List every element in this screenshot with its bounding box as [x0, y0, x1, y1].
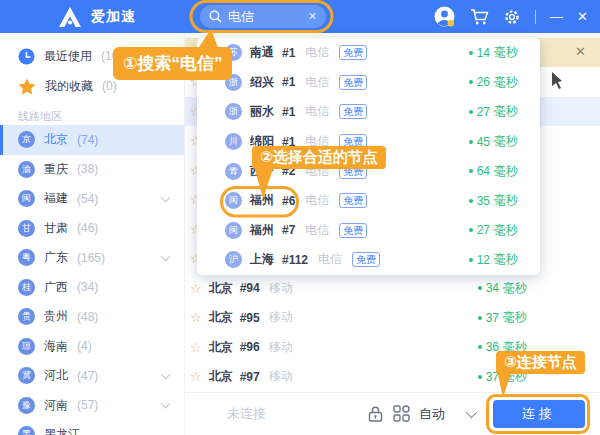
- app-title: 爱加速: [91, 8, 136, 26]
- free-tag: 免费: [339, 193, 367, 208]
- node-name: 丽水: [250, 103, 274, 120]
- node-carrier: 电信: [318, 251, 342, 268]
- chevron-down-icon[interactable]: [466, 407, 477, 418]
- node-carrier: 移动: [269, 280, 293, 297]
- search-result-row[interactable]: 闽 福州 #7 电信 免费 27毫秒: [197, 216, 540, 246]
- search-result-row[interactable]: 浙 绍兴 #1 电信 免费 26毫秒: [197, 68, 540, 98]
- shop-cart-icon[interactable]: [470, 8, 489, 26]
- node-row[interactable]: ☆ 北京 #97 移动 37毫秒: [185, 362, 600, 392]
- sidebar-region-item[interactable]: 京 北京 (74): [0, 125, 184, 155]
- region-list: 京 北京 (74) 渝 重庆 (38) 闽 福建 (54) 甘 甘肃 (46) …: [0, 125, 184, 435]
- sidebar-region-item[interactable]: 渝 重庆 (38): [0, 155, 184, 185]
- latency-dot: [469, 110, 473, 114]
- sidebar-item-label: 我的收藏: [45, 78, 93, 95]
- node-number: #1: [282, 46, 295, 60]
- node-row[interactable]: ☆ 北京 #94 移动 34毫秒: [185, 274, 600, 304]
- sidebar-region-item[interactable]: 琼 海南 (4): [0, 332, 184, 362]
- chevron-down-icon[interactable]: [161, 399, 171, 409]
- node-name: 北京: [209, 368, 233, 385]
- node-number: #97: [240, 370, 260, 384]
- search-result-row[interactable]: 闽 福州 #6 电信 免费 35毫秒: [197, 186, 540, 216]
- free-tag: 免费: [339, 164, 367, 179]
- latency-dot: [469, 258, 473, 262]
- sidebar-item-favorites[interactable]: 我的收藏 (0): [0, 71, 184, 101]
- header-divider: [535, 10, 536, 24]
- search-input[interactable]: 电信 ✕: [200, 5, 326, 28]
- favorite-star-icon[interactable]: ☆: [190, 370, 202, 383]
- region-badge: 粤: [18, 249, 35, 266]
- node-number: #7: [282, 223, 295, 237]
- search-value: 电信: [228, 8, 254, 26]
- node-row[interactable]: ☆ 北京 #95 移动 37毫秒: [185, 303, 600, 333]
- chevron-down-icon[interactable]: [161, 192, 171, 202]
- node-carrier: 移动: [269, 368, 293, 385]
- node-carrier: 移动: [269, 339, 293, 356]
- free-tag: 免费: [339, 134, 367, 149]
- region-label: 黑龙江: [44, 426, 80, 435]
- node-number: #2: [282, 164, 295, 178]
- search-result-row[interactable]: 苏 南通 #1 电信 免费 14毫秒: [197, 38, 540, 68]
- sidebar-item-recent[interactable]: 最近使用 (10): [0, 41, 184, 71]
- sidebar-item-count: (10): [101, 49, 122, 63]
- mode-grid-icon[interactable]: [393, 405, 410, 422]
- region-count: (47): [77, 369, 98, 383]
- region-badge: 渝: [18, 161, 35, 178]
- sidebar-region-item[interactable]: 粤 广东 (165): [0, 243, 184, 273]
- region-count: (46): [77, 221, 98, 235]
- free-tag: 免费: [339, 104, 367, 119]
- node-carrier: 电信: [305, 222, 329, 239]
- free-tag: 免费: [339, 75, 367, 90]
- app-logo-icon: [57, 5, 83, 29]
- node-latency: 64毫秒: [469, 163, 518, 180]
- close-button[interactable]: ✕: [577, 10, 588, 23]
- sidebar-region-item[interactable]: 贵 贵州 (48): [0, 302, 184, 332]
- region-label: 河南: [44, 397, 68, 414]
- latency-dot: [469, 228, 473, 232]
- node-carrier: 电信: [305, 133, 329, 150]
- node-name: 北京: [209, 339, 233, 356]
- connect-button[interactable]: 连接: [493, 400, 585, 428]
- region-count: (38): [77, 162, 98, 176]
- node-name: 绵阳: [250, 133, 274, 150]
- node-name: 上海: [250, 251, 274, 268]
- sidebar-item-label: 最近使用: [44, 48, 92, 65]
- sidebar-region-item[interactable]: 桂 广西 (34): [0, 273, 184, 303]
- app-logo: 爱加速: [57, 0, 136, 33]
- latency-dot: [469, 80, 473, 84]
- latency-dot: [469, 140, 473, 144]
- search-clear-icon[interactable]: ✕: [308, 10, 317, 23]
- sidebar-region-item[interactable]: 闽 福建 (54): [0, 184, 184, 214]
- sidebar-item-count: (0): [102, 79, 117, 93]
- favorite-star-icon[interactable]: ☆: [190, 311, 202, 324]
- latency-dot: [478, 316, 482, 320]
- favorite-star-icon[interactable]: ☆: [190, 282, 202, 295]
- node-number: #1: [282, 105, 295, 119]
- minimize-button[interactable]: —: [550, 10, 563, 23]
- mode-label[interactable]: 自动: [419, 405, 445, 423]
- settings-gear-icon[interactable]: [503, 8, 521, 26]
- avatar[interactable]: [433, 5, 456, 28]
- province-badge: 闽: [225, 222, 242, 239]
- region-badge: 冀: [18, 367, 35, 384]
- region-badge: 桂: [18, 279, 35, 296]
- lock-icon[interactable]: [367, 405, 384, 423]
- sidebar-region-item[interactable]: 冀 河北 (47): [0, 361, 184, 391]
- search-icon: [209, 10, 222, 23]
- search-result-row[interactable]: 沪 上海 #112 电信 免费 12毫秒: [197, 245, 540, 275]
- notification-close-icon[interactable]: ✕: [575, 45, 586, 58]
- sidebar-region-item[interactable]: 豫 河南 (57): [0, 391, 184, 421]
- province-badge: 川: [225, 133, 242, 150]
- search-result-row[interactable]: 川 绵阳 #1 电信 免费 45毫秒: [197, 127, 540, 157]
- search-result-row[interactable]: 浙 丽水 #1 电信 免费 27毫秒: [197, 97, 540, 127]
- chevron-down-icon[interactable]: [161, 251, 171, 261]
- region-count: (4): [77, 339, 92, 353]
- favorite-star-icon[interactable]: ☆: [190, 341, 202, 354]
- province-badge: 闽: [225, 192, 242, 209]
- node-row[interactable]: ☆ 北京 #96 移动 36毫秒: [185, 333, 600, 363]
- search-result-row[interactable]: 青 西宁 #2 电信 免费 64毫秒: [197, 156, 540, 186]
- chevron-down-icon[interactable]: [161, 369, 171, 379]
- sidebar-region-item[interactable]: 甘 甘肃 (46): [0, 214, 184, 244]
- region-badge: 甘: [18, 220, 35, 237]
- node-latency: 12毫秒: [469, 251, 518, 268]
- sidebar-region-item[interactable]: 黑 黑龙江: [0, 420, 184, 435]
